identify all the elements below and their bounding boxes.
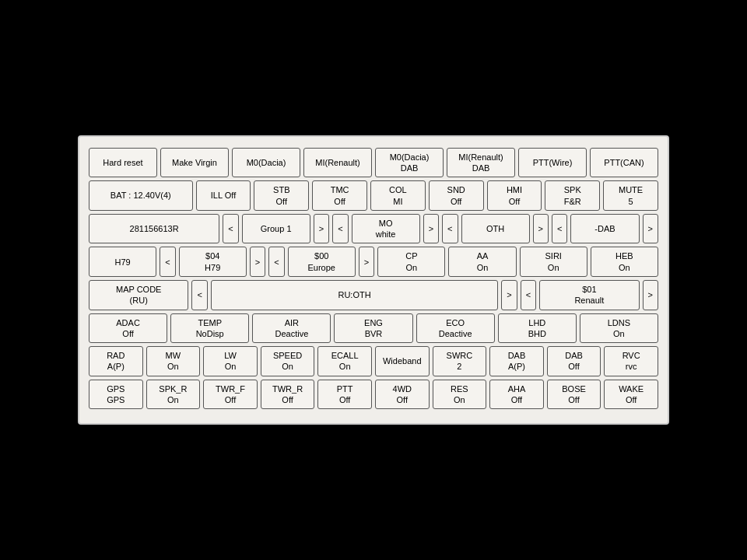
h79-prev-btn[interactable]: < — [160, 247, 175, 277]
lhd-bhd-btn[interactable]: LHD BHD — [498, 313, 577, 344]
mi-renault-btn[interactable]: MI(Renault) — [303, 148, 372, 178]
group-next-btn[interactable]: > — [314, 214, 329, 244]
spk-r-on-btn[interactable]: SPK_R On — [146, 380, 201, 410]
serial-id: 281156613R — [89, 214, 219, 244]
dab-next-btn[interactable]: > — [643, 214, 658, 244]
row-3: 281156613R < Group 1 > < MO white > < OT… — [89, 214, 658, 244]
mo-next-btn[interactable]: > — [423, 214, 439, 244]
s00-europe-btn[interactable]: $00 Europe — [288, 247, 356, 277]
air-deactive-btn[interactable]: AIR Deactive — [252, 313, 331, 344]
cp-on-btn[interactable]: CP On — [377, 247, 445, 277]
stb-off-btn[interactable]: STB Off — [254, 180, 309, 211]
dab-off-btn[interactable]: DAB Off — [547, 346, 601, 376]
ill-off-btn[interactable]: ILL Off — [196, 180, 251, 211]
rvc-btn[interactable]: RVC rvc — [604, 346, 658, 376]
oth-prev-btn[interactable]: < — [442, 214, 458, 244]
europe-next-btn[interactable]: > — [359, 247, 374, 277]
eng-bvr-btn[interactable]: ENG BVR — [334, 313, 412, 344]
bat-display: BAT : 12.40V(4) — [89, 180, 193, 211]
eco-deactive-btn[interactable]: ECO Deactive — [416, 313, 495, 344]
wake-off-btn[interactable]: WAKE Off — [604, 380, 658, 410]
main-screen: Hard reset Make Virgin M0(Dacia) MI(Rena… — [78, 135, 669, 425]
twr-f-off-btn[interactable]: TWR_F Off — [203, 380, 258, 410]
snd-off-btn[interactable]: SND Off — [429, 180, 484, 211]
oth-btn[interactable]: OTH — [461, 214, 530, 244]
rad-ap-btn[interactable]: RAD A(P) — [89, 346, 143, 376]
col-mi-btn[interactable]: COL MI — [370, 180, 426, 211]
row-7: RAD A(P) MW On LW On SPEED On ECALL On W… — [89, 346, 658, 376]
ecall-on-btn[interactable]: ECALL On — [317, 346, 372, 376]
hmi-off-btn[interactable]: HMI Off — [487, 180, 542, 211]
mo-white-btn[interactable]: MO white — [352, 214, 420, 244]
m0-dacia-dab-btn[interactable]: M0(Dacia) DAB — [375, 148, 444, 178]
mi-renault-dab-btn[interactable]: MI(Renault) DAB — [447, 148, 515, 178]
m0-dacia-btn[interactable]: M0(Dacia) — [232, 148, 300, 178]
row-6: ADAC Off TEMP NoDisp AIR Deactive ENG BV… — [89, 313, 658, 344]
group-1-btn[interactable]: Group 1 — [242, 214, 310, 244]
siri-on-btn[interactable]: SIRI On — [520, 247, 587, 277]
row-8: GPS GPS SPK_R On TWR_F Off TWR_R Off PTT… — [89, 380, 658, 410]
row-5: MAP CODE (RU) < RU:OTH > < $01 Renault > — [89, 280, 658, 310]
ptt-wire-btn[interactable]: PTT(Wire) — [518, 148, 587, 178]
aa-on-btn[interactable]: AA On — [448, 247, 516, 277]
res-on-btn[interactable]: RES On — [433, 380, 487, 410]
renault-next-btn[interactable]: > — [643, 280, 658, 310]
spk-fr-btn[interactable]: SPK F&R — [545, 180, 600, 211]
aha-off-btn[interactable]: AHA Off — [489, 380, 544, 410]
ruoth-prev-btn[interactable]: < — [191, 280, 207, 310]
gps-btn[interactable]: GPS GPS — [89, 380, 143, 410]
h79-btn[interactable]: H79 — [89, 247, 156, 277]
renault-prev-btn[interactable]: < — [521, 280, 536, 310]
ldns-on-btn[interactable]: LDNS On — [580, 313, 658, 344]
dab-btn[interactable]: -DAB — [570, 214, 639, 244]
ruoth-btn[interactable]: RU:OTH — [211, 280, 498, 310]
dab-prev-btn[interactable]: < — [552, 214, 567, 244]
dab-ap-btn[interactable]: DAB A(P) — [489, 346, 544, 376]
temp-nodisp-btn[interactable]: TEMP NoDisp — [170, 313, 249, 344]
europe-prev-btn[interactable]: < — [268, 247, 284, 277]
speed-on-btn[interactable]: SPEED On — [261, 346, 315, 376]
make-virgin-btn[interactable]: Make Virgin — [160, 148, 229, 178]
heb-on-btn[interactable]: HEB On — [591, 247, 658, 277]
mute-5-btn[interactable]: MUTE 5 — [603, 180, 658, 211]
row-1: Hard reset Make Virgin M0(Dacia) MI(Rena… — [89, 148, 658, 178]
bose-off-btn[interactable]: BOSE Off — [547, 380, 601, 410]
hard-reset-btn[interactable]: Hard reset — [89, 148, 157, 178]
swrc-2-btn[interactable]: SWRC 2 — [433, 346, 487, 376]
s01-renault-btn[interactable]: $01 Renault — [539, 280, 639, 310]
twr-r-off-btn[interactable]: TWR_R Off — [261, 380, 315, 410]
lw-on-btn[interactable]: LW On — [203, 346, 258, 376]
h79-next-btn[interactable]: > — [250, 247, 265, 277]
group-prev-btn[interactable]: < — [223, 214, 238, 244]
wideband-btn[interactable]: Wideband — [375, 346, 430, 376]
ptt-off-btn[interactable]: PTT Off — [317, 380, 372, 410]
adac-off-btn[interactable]: ADAC Off — [89, 313, 167, 344]
4wd-off-btn[interactable]: 4WD Off — [375, 380, 430, 410]
mw-on-btn[interactable]: MW On — [146, 346, 201, 376]
tmc-off-btn[interactable]: TMC Off — [312, 180, 367, 211]
mo-prev-btn[interactable]: < — [332, 214, 348, 244]
row-2: BAT : 12.40V(4) ILL Off STB Off TMC Off … — [89, 180, 658, 211]
ruoth-next-btn[interactable]: > — [501, 280, 517, 310]
s04-h79-btn[interactable]: $04 H79 — [179, 247, 247, 277]
ptt-can-btn[interactable]: PTT(CAN) — [590, 148, 658, 178]
map-code-ru-btn[interactable]: MAP CODE (RU) — [89, 280, 188, 310]
row-4: H79 < $04 H79 > < $00 Europe > CP On AA … — [89, 247, 658, 277]
oth-next-btn[interactable]: > — [533, 214, 549, 244]
